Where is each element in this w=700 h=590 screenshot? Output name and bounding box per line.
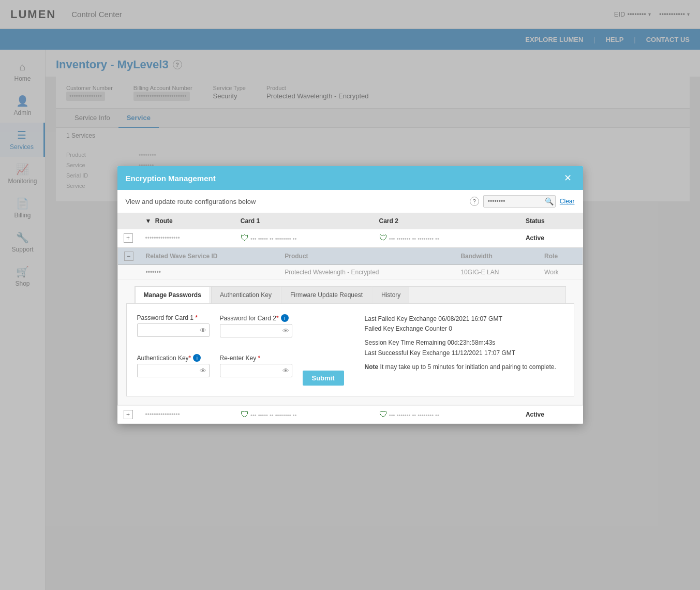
table-header-row: ▼ Route Card 1 Card 2 Status [117, 213, 583, 229]
status-cell-1: Active [519, 229, 583, 247]
form-right-info: Last Failed Key Exchange 06/08/2021 16:0… [365, 314, 563, 386]
card2-header: Card 2 [373, 213, 519, 229]
search-wrapper: 🔍 [483, 195, 556, 208]
auth-key-field: Authentication Key * i 👁 [137, 354, 210, 377]
route-cell-1: •••••••••••••••• [139, 229, 234, 247]
card2-cell-1: 🛡 ••• ••••••• •• •••••••• •• [373, 229, 519, 247]
search-area: ? 🔍 Clear [470, 195, 575, 208]
auth-key-label: Authentication Key * i [137, 354, 210, 362]
card2-cell-2: 🛡 ••• ••••••• •• •••••••• •• [373, 406, 519, 424]
password-card2-field: Password for Card 2 * i 👁 [220, 314, 292, 337]
expand-button-1[interactable]: + [124, 233, 133, 243]
note-strong: Note [365, 363, 379, 371]
expand-header [117, 213, 139, 229]
card1-value-1: ••• ••••• •• •••••••• •• [250, 235, 296, 242]
table-row: + •••••••••••••••• 🛡 ••• ••••• •• ••••••… [117, 229, 583, 247]
password-card1-wrapper: 👁 [137, 323, 210, 337]
required-marker-3: * [189, 355, 191, 362]
routes-table: ▼ Route Card 1 Card 2 Status + [117, 213, 583, 424]
search-button[interactable]: 🔍 [545, 197, 554, 205]
route-value-1: •••••••••••••••• [145, 234, 180, 242]
modal-help-icon[interactable]: ? [470, 197, 479, 206]
status-cell-2: Active [519, 406, 583, 424]
reenter-key-input[interactable] [220, 364, 292, 377]
password-card2-wrapper: 👁 [220, 324, 292, 337]
role-header: Role [538, 248, 582, 265]
expand-button-2[interactable]: + [124, 410, 133, 419]
modal-toolbar: View and update route configurations bel… [117, 190, 583, 213]
required-marker-1: * [195, 314, 198, 321]
sub-product-value: Protected Wavelength - Encrypted [278, 265, 454, 280]
submit-button[interactable]: Submit [303, 371, 344, 386]
info-badge-auth[interactable]: i [193, 354, 201, 362]
bandwidth-value: 10GIG-E LAN [454, 265, 538, 280]
reenter-key-wrapper: 👁 [220, 364, 292, 377]
sort-icon[interactable]: ▼ [145, 217, 152, 225]
eye-icon-3[interactable]: 👁 [200, 367, 206, 375]
collapse-button[interactable]: − [124, 252, 133, 261]
sub-table-row: ••••••• Protected Wavelength - Encrypted… [118, 265, 583, 280]
modal-close-button[interactable]: ✕ [561, 172, 575, 184]
reenter-key-label: Re-enter Key * [220, 355, 292, 362]
auth-key-input[interactable] [137, 364, 210, 377]
expand-cell-1[interactable]: + [117, 229, 139, 247]
password-form: Password for Card 1 * 👁 [126, 303, 574, 396]
card2-value-1: ••• ••••••• •• •••••••• •• [389, 235, 439, 242]
modal-overlay: Encryption Management ✕ View and update … [46, 50, 700, 590]
related-wave-header: Related Wave Service ID [140, 248, 279, 265]
sub-tabs: Manage Passwords Authentication Key Firm… [135, 286, 566, 303]
encryption-management-modal: Encryption Management ✕ View and update … [117, 166, 583, 424]
content-area: Inventory - MyLevel3 ? Customer Number •… [46, 50, 700, 590]
bandwidth-header: Bandwidth [454, 248, 538, 265]
tab-firmware-update[interactable]: Firmware Update Request [281, 287, 371, 303]
failed-key-exchange-counter: Failed Key Exchange Counter 0 [365, 324, 563, 334]
card1-header: Card 1 [234, 213, 373, 229]
tab-authentication-key[interactable]: Authentication Key [211, 287, 280, 303]
modal-description: View and update route configurations bel… [126, 198, 256, 205]
password-card1-label: Password for Card 1 * [137, 314, 210, 321]
main-layout: ⌂ Home 👤 Admin ☰ Services 📈 Monitoring 📄… [0, 50, 700, 590]
info-badge-card2[interactable]: i [281, 314, 289, 322]
route-header: ▼ Route [139, 213, 234, 229]
card2-value-2: ••• ••••••• •• •••••••• •• [389, 412, 439, 418]
required-marker-2: * [276, 315, 279, 322]
expand-cell-2[interactable]: + [117, 406, 139, 424]
sub-row-spacer [118, 265, 140, 280]
expanded-row-1: − Related Wave Service ID Product Bandwi… [117, 247, 583, 406]
sub-table-header-row: − Related Wave Service ID Product Bandwi… [118, 248, 583, 265]
last-successful-key-exchange: Last Successful Key Exchange 11/12/2021 … [365, 348, 563, 358]
route-cell-2: •••••••••••••••• [139, 406, 234, 424]
shield-icon-card1: 🛡 [241, 233, 249, 242]
eye-icon-4[interactable]: 👁 [282, 367, 289, 375]
card1-value-2: ••• ••••• •• •••••••• •• [250, 412, 296, 418]
role-value: Work [538, 265, 582, 280]
sub-table: − Related Wave Service ID Product Bandwi… [118, 248, 583, 280]
shield-icon-card2-2: 🛡 [379, 410, 388, 419]
tab-history[interactable]: History [373, 287, 409, 303]
password-row: Password for Card 1 * 👁 [137, 314, 344, 346]
password-card2-input[interactable] [220, 324, 292, 337]
eye-icon-2[interactable]: 👁 [282, 327, 289, 335]
shield-icon-card2: 🛡 [379, 233, 388, 242]
note-content: It may take up to 5 minutes for initiati… [380, 363, 556, 371]
auth-key-wrapper: 👁 [137, 364, 210, 377]
sub-collapse-header: − [118, 248, 140, 265]
note-text: Note It may take up to 5 minutes for ini… [365, 362, 563, 372]
tab-manage-passwords[interactable]: Manage Passwords [135, 287, 210, 303]
required-marker-4: * [258, 355, 261, 362]
last-failed-key-exchange: Last Failed Key Exchange 06/08/2021 16:0… [365, 314, 563, 324]
card1-cell-1: 🛡 ••• ••••• •• •••••••• •• [234, 229, 373, 247]
password-card1-field: Password for Card 1 * 👁 [137, 314, 210, 337]
sub-tabs-container: Manage Passwords Authentication Key Firm… [118, 280, 583, 303]
session-key-time: Session Key Time Remaining 00d:23h:58m:4… [365, 338, 563, 348]
sub-table-container: − Related Wave Service ID Product Bandwi… [117, 247, 583, 405]
table-row-2: + •••••••••••••••• 🛡 ••• ••••• •• ••••••… [117, 406, 583, 424]
status-header: Status [519, 213, 583, 229]
sub-product-header: Product [278, 248, 454, 265]
route-value-2: •••••••••••••••• [145, 411, 180, 418]
password-card1-input[interactable] [137, 323, 210, 337]
auth-row: Authentication Key * i 👁 [137, 354, 344, 386]
eye-icon-1[interactable]: 👁 [200, 327, 206, 334]
card1-cell-2: 🛡 ••• ••••• •• •••••••• •• [234, 406, 373, 424]
clear-button[interactable]: Clear [560, 198, 575, 205]
